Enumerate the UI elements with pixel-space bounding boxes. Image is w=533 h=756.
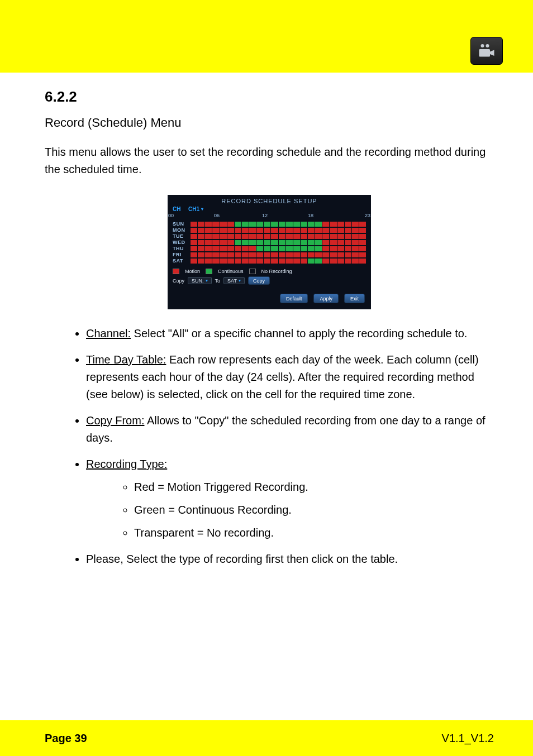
hour-cell[interactable] <box>205 240 212 245</box>
hour-cell[interactable] <box>256 246 263 251</box>
day-cells[interactable] <box>191 222 366 227</box>
hour-cell[interactable] <box>191 240 197 245</box>
hour-cell[interactable] <box>359 240 366 245</box>
hour-cell[interactable] <box>212 222 219 227</box>
hour-cell[interactable] <box>337 234 344 239</box>
hour-cell[interactable] <box>359 222 366 227</box>
hour-cell[interactable] <box>256 240 263 245</box>
hour-cell[interactable] <box>315 240 322 245</box>
hour-cell[interactable] <box>191 222 197 227</box>
hour-cell[interactable] <box>279 240 285 245</box>
hour-cell[interactable] <box>256 259 263 264</box>
day-cells[interactable] <box>191 252 366 257</box>
exit-button[interactable]: Exit <box>344 294 365 303</box>
hour-cell[interactable] <box>345 222 351 227</box>
default-button[interactable]: Default <box>280 294 308 303</box>
hour-cell[interactable] <box>271 234 278 239</box>
hour-cell[interactable] <box>293 259 300 264</box>
hour-cell[interactable] <box>308 259 315 264</box>
hour-cell[interactable] <box>205 222 212 227</box>
hour-cell[interactable] <box>279 259 285 264</box>
hour-cell[interactable] <box>293 234 300 239</box>
hour-cell[interactable] <box>315 259 322 264</box>
hour-cell[interactable] <box>279 222 285 227</box>
hour-cell[interactable] <box>235 246 241 251</box>
hour-cell[interactable] <box>345 228 351 233</box>
hour-cell[interactable] <box>337 228 344 233</box>
hour-cell[interactable] <box>249 259 256 264</box>
hour-cell[interactable] <box>271 240 278 245</box>
hour-cell[interactable] <box>220 222 227 227</box>
day-cells[interactable] <box>191 259 366 264</box>
hour-cell[interactable] <box>264 222 270 227</box>
copy-button[interactable]: Copy <box>248 276 270 285</box>
hour-cell[interactable] <box>264 259 270 264</box>
hour-cell[interactable] <box>359 234 366 239</box>
hour-cell[interactable] <box>322 259 329 264</box>
hour-cell[interactable] <box>249 246 256 251</box>
hour-cell[interactable] <box>345 259 351 264</box>
hour-cell[interactable] <box>308 246 315 251</box>
hour-cell[interactable] <box>308 228 315 233</box>
hour-cell[interactable] <box>264 234 270 239</box>
hour-cell[interactable] <box>286 259 293 264</box>
hour-cell[interactable] <box>271 246 278 251</box>
hour-cell[interactable] <box>212 228 219 233</box>
hour-cell[interactable] <box>330 259 336 264</box>
hour-cell[interactable] <box>345 240 351 245</box>
hour-cell[interactable] <box>322 234 329 239</box>
hour-cell[interactable] <box>220 240 227 245</box>
hour-cell[interactable] <box>322 222 329 227</box>
hour-cell[interactable] <box>212 252 219 257</box>
hour-cell[interactable] <box>242 222 249 227</box>
hour-cell[interactable] <box>242 234 249 239</box>
hour-cell[interactable] <box>198 246 204 251</box>
hour-cell[interactable] <box>293 252 300 257</box>
hour-cell[interactable] <box>330 246 336 251</box>
hour-cell[interactable] <box>227 222 234 227</box>
hour-cell[interactable] <box>205 228 212 233</box>
hour-cell[interactable] <box>242 246 249 251</box>
hour-cell[interactable] <box>322 252 329 257</box>
hour-cell[interactable] <box>198 240 204 245</box>
hour-cell[interactable] <box>345 252 351 257</box>
hour-cell[interactable] <box>293 222 300 227</box>
hour-cell[interactable] <box>279 246 285 251</box>
hour-cell[interactable] <box>198 259 204 264</box>
hour-cell[interactable] <box>359 246 366 251</box>
hour-cell[interactable] <box>191 234 197 239</box>
schedule-grid[interactable]: SUNMONTUEWEDTHUFRISAT <box>168 219 370 266</box>
hour-cell[interactable] <box>242 259 249 264</box>
hour-cell[interactable] <box>286 240 293 245</box>
hour-cell[interactable] <box>293 228 300 233</box>
day-cells[interactable] <box>191 228 366 233</box>
hour-cell[interactable] <box>235 234 241 239</box>
hour-cell[interactable] <box>249 222 256 227</box>
day-cells[interactable] <box>191 234 366 239</box>
hour-cell[interactable] <box>249 234 256 239</box>
hour-cell[interactable] <box>235 222 241 227</box>
hour-cell[interactable] <box>308 252 315 257</box>
hour-cell[interactable] <box>205 252 212 257</box>
hour-cell[interactable] <box>330 234 336 239</box>
hour-cell[interactable] <box>352 240 359 245</box>
hour-cell[interactable] <box>227 234 234 239</box>
hour-cell[interactable] <box>330 222 336 227</box>
hour-cell[interactable] <box>337 246 344 251</box>
hour-cell[interactable] <box>264 228 270 233</box>
hour-cell[interactable] <box>337 222 344 227</box>
hour-cell[interactable] <box>286 228 293 233</box>
hour-cell[interactable] <box>191 252 197 257</box>
hour-cell[interactable] <box>220 259 227 264</box>
apply-button[interactable]: Apply <box>313 294 339 303</box>
hour-cell[interactable] <box>286 222 293 227</box>
hour-cell[interactable] <box>301 240 307 245</box>
hour-cell[interactable] <box>249 252 256 257</box>
hour-cell[interactable] <box>308 240 315 245</box>
hour-cell[interactable] <box>301 234 307 239</box>
hour-cell[interactable] <box>264 252 270 257</box>
hour-cell[interactable] <box>337 240 344 245</box>
hour-cell[interactable] <box>227 246 234 251</box>
hour-cell[interactable] <box>293 246 300 251</box>
hour-cell[interactable] <box>256 222 263 227</box>
